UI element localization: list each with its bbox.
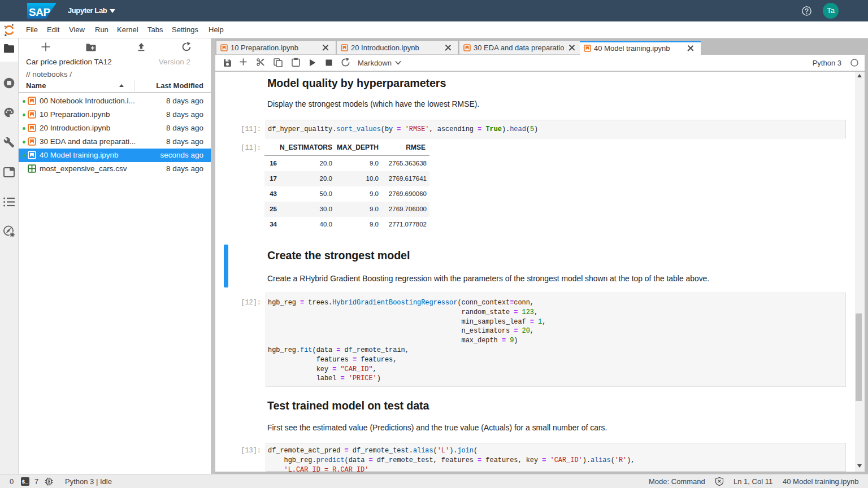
svg-text:SAP: SAP bbox=[29, 6, 50, 18]
svg-text:$_: $_ bbox=[22, 479, 29, 485]
